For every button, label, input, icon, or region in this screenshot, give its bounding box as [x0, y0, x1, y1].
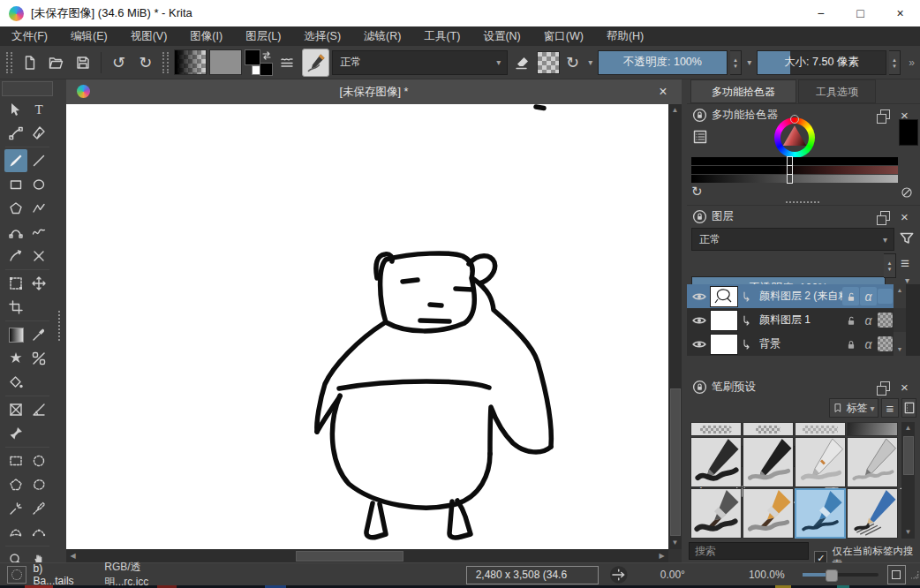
brush-presets-header[interactable]: 笔刷预设 × — [687, 377, 920, 396]
layer-inherit-alpha[interactable] — [878, 289, 893, 304]
brush-preset-cell[interactable] — [795, 422, 846, 436]
tool-select-shapes[interactable] — [4, 98, 27, 121]
tool-polygon[interactable] — [4, 197, 27, 220]
tool-crop[interactable] — [4, 296, 27, 319]
value-bar-3[interactable] — [691, 175, 898, 183]
tool-polygonal-select[interactable] — [4, 473, 27, 496]
layer-alpha-lock[interactable]: α — [860, 311, 877, 329]
scroll-down-icon[interactable]: ▼ — [668, 537, 682, 549]
tool-pattern-edit[interactable] — [4, 347, 27, 370]
tool-freehand-path[interactable] — [27, 221, 50, 244]
spin-up-icon[interactable]: ▴ — [893, 57, 896, 63]
selection-mode-button[interactable] — [7, 566, 26, 584]
layer-opacity-spinner[interactable]: ▴ ▾ — [884, 253, 896, 278]
visibility-eye-icon[interactable] — [690, 338, 708, 351]
scroll-left-icon[interactable]: ◀ — [66, 549, 79, 562]
pattern-chooser[interactable] — [209, 49, 242, 75]
color-wheel[interactable] — [774, 117, 815, 158]
layer-thumbnail[interactable] — [710, 334, 738, 355]
scroll-right-icon[interactable]: ▶ — [655, 549, 668, 562]
spin-down-icon[interactable]: ▾ — [893, 63, 896, 69]
close-button[interactable]: × — [880, 0, 920, 26]
layer-inherit-alpha[interactable] — [878, 336, 893, 351]
layer-row-paint-2[interactable]: 颜料图层 2 (来自粘贴) α ▲ — [687, 284, 906, 309]
zoom-slider-thumb[interactable] — [826, 569, 838, 582]
resize-grip-icon[interactable] — [909, 569, 920, 580]
gradient-chooser[interactable] — [174, 49, 207, 75]
selector-settings-icon[interactable] — [692, 129, 708, 145]
scroll-up-icon[interactable]: ▲ — [901, 422, 915, 434]
swap-colors-icon[interactable] — [261, 50, 272, 61]
layer-blending-dropdown[interactable]: 正常 ▾ — [691, 228, 894, 251]
spin-up-icon[interactable]: ▴ — [734, 57, 737, 63]
close-docker-icon[interactable]: × — [901, 210, 909, 223]
menu-settings[interactable]: 设置(N) — [471, 26, 532, 46]
horizontal-scroll-thumb[interactable] — [296, 551, 403, 562]
current-color-swatch[interactable] — [899, 119, 918, 146]
toolbar-overflow-button[interactable]: » — [903, 57, 920, 69]
color-profile-label[interactable]: RGB/透明...rc.icc — [104, 560, 183, 588]
tool-rectangle[interactable] — [4, 173, 27, 196]
close-docker-icon[interactable]: × — [901, 381, 909, 394]
toolbox-title-handle[interactable] — [2, 81, 53, 96]
tool-freehand-brush[interactable] — [4, 149, 27, 172]
lock-docker-icon[interactable] — [692, 209, 707, 224]
menu-window[interactable]: 窗口(W) — [532, 26, 595, 46]
spin-up-icon[interactable]: ▴ — [888, 260, 892, 266]
brush-editor-button[interactable] — [302, 49, 329, 77]
redo-button[interactable]: ↻ — [133, 50, 157, 75]
tool-move[interactable] — [27, 272, 50, 295]
layer-lock-icon[interactable] — [842, 287, 859, 305]
eraser-mode-button[interactable] — [510, 50, 534, 75]
reload-preset-button[interactable]: ↻ — [562, 50, 583, 75]
tool-rectangular-select[interactable] — [4, 449, 27, 472]
float-docker-icon[interactable] — [880, 381, 890, 391]
lock-docker-icon[interactable] — [692, 380, 707, 395]
document-tab-bar[interactable]: [未保存图像] * × — [66, 79, 682, 105]
brush-preset-cell-selected[interactable] — [795, 488, 846, 539]
menu-file[interactable]: 文件(F) — [0, 26, 59, 46]
opacity-spinner[interactable]: ▴ ▾ — [730, 50, 743, 75]
brush-size-slider[interactable]: 大小: 7.50 像素 — [757, 50, 886, 75]
lock-docker-icon[interactable] — [692, 108, 707, 123]
scroll-up-icon[interactable]: ▲ — [668, 104, 682, 117]
no-color-icon[interactable] — [901, 186, 913, 199]
tab-tool-options[interactable]: 工具选项 — [798, 79, 876, 103]
image-dimensions[interactable]: 2,480 x 3,508 (34.6 MiB) — [466, 566, 600, 584]
vertical-scroll-thumb[interactable] — [670, 388, 681, 536]
current-brush-name[interactable]: b) Ba...tails — [34, 562, 86, 587]
tool-edit-shapes[interactable] — [4, 122, 27, 145]
toolbar-drag-handle-2[interactable] — [162, 52, 169, 73]
foreground-color-swatch[interactable] — [245, 49, 260, 65]
layer-row-background[interactable]: 背景 α ▼ — [687, 332, 906, 356]
brush-preset-cell[interactable] — [743, 437, 794, 487]
new-document-button[interactable] — [18, 50, 41, 75]
display-mode-button[interactable] — [901, 398, 916, 418]
brush-size-spinner[interactable]: ▴ ▾ — [889, 50, 901, 75]
float-docker-icon[interactable] — [880, 211, 890, 221]
canvas-vertical-scrollbar[interactable]: ▲ ▼ — [668, 104, 682, 549]
opacity-slider[interactable]: 不透明度: 100% — [598, 50, 727, 75]
brush-preset-cell[interactable] — [795, 437, 846, 487]
choices-button[interactable] — [275, 50, 299, 75]
canvas-rotation-value[interactable]: 0.00° — [660, 569, 685, 581]
menu-layer[interactable]: 图层(L) — [234, 26, 292, 46]
reload-dropdown-caret[interactable]: ▾ — [585, 57, 595, 67]
presets-menu-button[interactable]: ≡ — [881, 398, 899, 418]
tool-line[interactable] — [27, 149, 50, 172]
tool-multibrush[interactable] — [27, 245, 50, 268]
toolbar-drag-handle[interactable] — [6, 52, 12, 73]
brush-preset-cell[interactable] — [847, 488, 898, 539]
layer-inherit-alpha[interactable] — [878, 313, 893, 328]
fit-canvas-button[interactable] — [887, 565, 907, 584]
layer-scroll-down[interactable]: ▼ — [894, 332, 906, 356]
preset-search-input[interactable] — [689, 542, 809, 560]
tool-bezier-curve[interactable] — [4, 221, 27, 244]
maximize-button[interactable]: □ — [841, 0, 880, 26]
open-document-button[interactable] — [44, 50, 68, 75]
visibility-eye-icon[interactable] — [690, 314, 708, 327]
tool-contiguous-select[interactable] — [4, 497, 27, 520]
tool-gradient[interactable] — [4, 323, 27, 346]
menu-filter[interactable]: 滤镜(R) — [352, 26, 412, 46]
menu-edit[interactable]: 编辑(E) — [59, 26, 119, 46]
